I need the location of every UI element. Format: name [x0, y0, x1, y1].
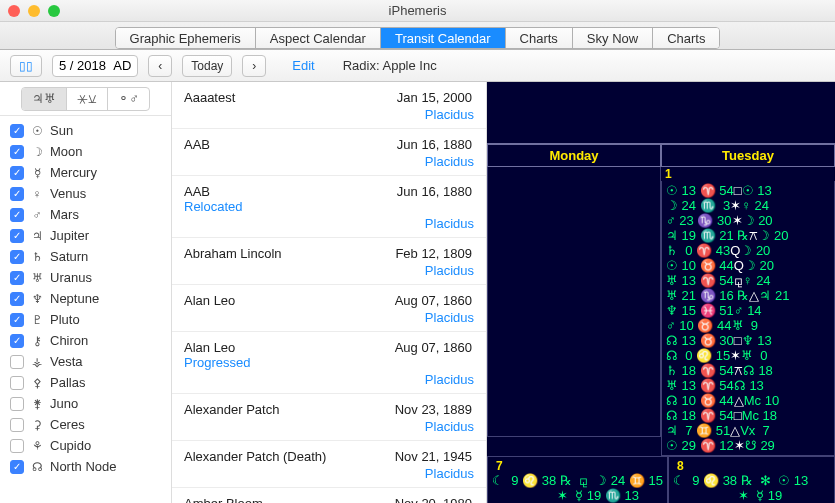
- next-button[interactable]: ›: [242, 55, 266, 77]
- checkbox-icon[interactable]: [10, 376, 24, 390]
- checkbox-icon[interactable]: ✓: [10, 271, 24, 285]
- planet-glyph-icon: ♃: [30, 229, 44, 243]
- planet-glyph-icon: ♀: [30, 187, 44, 201]
- chart-row[interactable]: Alexander Patch (Death)Nov 21, 1945Placi…: [172, 441, 486, 488]
- toolbar: ▯▯ 5 / 2018 AD ‹ Today › Edit Radix: App…: [0, 50, 835, 82]
- day-cell-8: 8 ☾ 9 ♌ 38 ℞ ✻ ☉ 13 ✶ ☿ 19: [668, 456, 835, 503]
- transit-line: ♅ 13 ♈ 54 ☊ 13: [666, 378, 830, 393]
- checkbox-icon[interactable]: [10, 418, 24, 432]
- chart-row[interactable]: Alexander PatchNov 23, 1889Placidus: [172, 394, 486, 441]
- checkbox-icon[interactable]: ✓: [10, 124, 24, 138]
- body-row-uranus[interactable]: ✓♅Uranus: [0, 267, 171, 288]
- today-button[interactable]: Today: [182, 55, 232, 77]
- body-row-juno[interactable]: ⚵Juno: [0, 393, 171, 414]
- day-number: 8: [673, 459, 830, 473]
- body-row-neptune[interactable]: ✓♆Neptune: [0, 288, 171, 309]
- body-row-pluto[interactable]: ✓♇Pluto: [0, 309, 171, 330]
- body-name: Uranus: [50, 270, 92, 285]
- body-row-north-node[interactable]: ✓☊North Node: [0, 456, 171, 477]
- body-row-moon[interactable]: ✓☽Moon: [0, 141, 171, 162]
- checkbox-icon[interactable]: ✓: [10, 208, 24, 222]
- traffic-lights: [8, 5, 60, 17]
- seg-tab-1[interactable]: ⚹⚺: [67, 88, 108, 110]
- transit-line: ♄ 18 ♈ 54 ⚻ ☊ 18: [666, 363, 830, 378]
- chart-row[interactable]: Alan LeoAug 07, 1860Placidus: [172, 285, 486, 332]
- transit-line: ☊ 10 ♉ 44 △ Mc 10: [666, 393, 830, 408]
- chart-row[interactable]: Abraham LincolnFeb 12, 1809Placidus: [172, 238, 486, 285]
- planet-glyph-icon: ⚘: [30, 439, 44, 453]
- day-cell-7: 7 ☾ 9 ♌ 38 ℞ ⚼ ☽ 24 ♊ 15 ✶ ☿ 19 ♏ 13: [487, 456, 668, 503]
- transit-line: ☊ 0 ♌ 15 ✶ ♅ 0: [666, 348, 830, 363]
- body-row-mars[interactable]: ✓♂Mars: [0, 204, 171, 225]
- body-name: Moon: [50, 144, 83, 159]
- body-name: Saturn: [50, 249, 88, 264]
- month-value: 5: [59, 58, 66, 73]
- day-column-tuesday: Tuesday 1 ☉ 13 ♈ 54 □ ☉ 13☽ 24 ♏ 3 ✶ ♀ 2…: [661, 143, 835, 456]
- tab-charts[interactable]: Charts: [653, 28, 719, 48]
- tab-transit-calendar[interactable]: Transit Calendar: [381, 28, 506, 48]
- left-segmented-control: ♃♅⚹⚺⚬♂: [0, 82, 171, 116]
- body-row-chiron[interactable]: ✓⚷Chiron: [0, 330, 171, 351]
- chart-row[interactable]: AaaatestJan 15, 2000Placidus: [172, 82, 486, 129]
- seg-tab-0[interactable]: ♃♅: [22, 88, 67, 110]
- body-row-cupido[interactable]: ⚘Cupido: [0, 435, 171, 456]
- chart-system: Placidus: [184, 419, 474, 434]
- checkbox-icon[interactable]: ✓: [10, 145, 24, 159]
- checkbox-icon[interactable]: ✓: [10, 460, 24, 474]
- body-row-saturn[interactable]: ✓♄Saturn: [0, 246, 171, 267]
- close-icon[interactable]: [8, 5, 20, 17]
- body-name: Pallas: [50, 375, 85, 390]
- checkbox-icon[interactable]: [10, 355, 24, 369]
- date-field[interactable]: 5 / 2018 AD: [52, 55, 138, 77]
- checkbox-icon[interactable]: ✓: [10, 313, 24, 327]
- chart-row[interactable]: AABJun 16, 1880RelocatedPlacidus: [172, 176, 486, 238]
- transit-line: ♂ 23 ♑ 30 ✶ ☽ 20: [666, 213, 830, 228]
- sidebar-toggle-button[interactable]: ▯▯: [10, 55, 42, 77]
- body-row-vesta[interactable]: ⚶Vesta: [0, 351, 171, 372]
- chart-list[interactable]: AaaatestJan 15, 2000PlacidusAABJun 16, 1…: [172, 82, 487, 503]
- body-name: Juno: [50, 396, 78, 411]
- checkbox-icon[interactable]: ✓: [10, 250, 24, 264]
- prev-button[interactable]: ‹: [148, 55, 172, 77]
- transit-line: ♂ 10 ♉ 44 ♅ 9: [666, 318, 830, 333]
- tab-charts[interactable]: Charts: [506, 28, 573, 48]
- body-name: Mars: [50, 207, 79, 222]
- seg-tab-2[interactable]: ⚬♂: [108, 88, 149, 110]
- zoom-icon[interactable]: [48, 5, 60, 17]
- chart-row[interactable]: Alan LeoAug 07, 1860ProgressedPlacidus: [172, 332, 486, 394]
- planet-glyph-icon: ☽: [30, 145, 44, 159]
- body-name: Neptune: [50, 291, 99, 306]
- chart-date: Jan 15, 2000: [397, 90, 472, 105]
- body-row-ceres[interactable]: ⚳Ceres: [0, 414, 171, 435]
- chart-date: Jun 16, 1880: [397, 184, 472, 199]
- transit-line: ♆ 15 ♓ 51 ♂ 14: [666, 303, 830, 318]
- transit-line: ♅ 13 ♈ 54 ⚼ ♀ 24: [666, 273, 830, 288]
- body-row-pallas[interactable]: ⚴Pallas: [0, 372, 171, 393]
- chart-row[interactable]: AABJun 16, 1880Placidus: [172, 129, 486, 176]
- checkbox-icon[interactable]: [10, 439, 24, 453]
- checkbox-icon[interactable]: ✓: [10, 187, 24, 201]
- body-row-venus[interactable]: ✓♀Venus: [0, 183, 171, 204]
- body-row-mercury[interactable]: ✓☿Mercury: [0, 162, 171, 183]
- chart-date: Nov 23, 1889: [395, 402, 472, 417]
- transit-line: ♅ 21 ♑ 16 ℞ △ ♃ 21: [666, 288, 830, 303]
- day-header: Monday: [487, 143, 661, 167]
- transit-line: ☊ 13 ♉ 30 □ ♆ 13: [666, 333, 830, 348]
- chart-system: Placidus: [184, 310, 474, 325]
- body-row-jupiter[interactable]: ✓♃Jupiter: [0, 225, 171, 246]
- body-name: Vesta: [50, 354, 83, 369]
- checkbox-icon[interactable]: ✓: [10, 334, 24, 348]
- checkbox-icon[interactable]: ✓: [10, 292, 24, 306]
- edit-link[interactable]: Edit: [292, 58, 314, 73]
- minimize-icon[interactable]: [28, 5, 40, 17]
- checkbox-icon[interactable]: ✓: [10, 166, 24, 180]
- checkbox-icon[interactable]: ✓: [10, 229, 24, 243]
- body-name: Ceres: [50, 417, 85, 432]
- checkbox-icon[interactable]: [10, 397, 24, 411]
- chart-row[interactable]: Amber BloomNov 20, 1980Placidus: [172, 488, 486, 503]
- tab-graphic-ephemeris[interactable]: Graphic Ephemeris: [116, 28, 256, 48]
- tab-sky-now[interactable]: Sky Now: [573, 28, 653, 48]
- body-row-sun[interactable]: ✓☉Sun: [0, 120, 171, 141]
- chart-date: Aug 07, 1860: [395, 293, 472, 308]
- tab-aspect-calendar[interactable]: Aspect Calendar: [256, 28, 381, 48]
